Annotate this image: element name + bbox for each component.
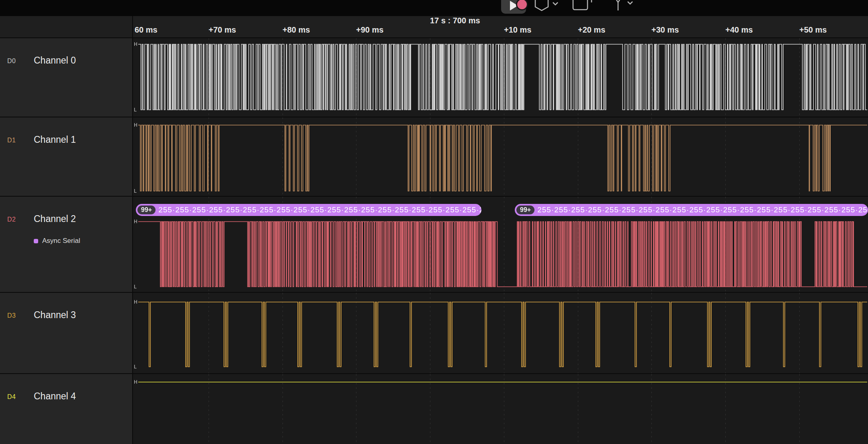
channel-4-id: D4 — [7, 393, 16, 401]
row-divider — [0, 196, 868, 197]
trigger-settings-icon[interactable] — [533, 0, 561, 14]
chevron-down-icon — [628, 2, 633, 4]
channel-4-waveform[interactable] — [133, 374, 868, 444]
channel-row-3[interactable]: D3 Channel 3 — [0, 293, 868, 373]
decode-bubble[interactable]: 99+ 255·255·255·255·255·255·255·255·255·… — [515, 204, 868, 216]
channel-4-header[interactable]: D4 Channel 4 — [0, 374, 133, 444]
decode-overflow-badge: 99+ — [516, 206, 534, 214]
decode-values: 255·255·255·255·255·255·255·255·255·255·… — [158, 206, 481, 214]
analyzer-color-icon — [34, 239, 38, 243]
ruler-tick-label: +70 ms — [209, 25, 236, 35]
sidebar-divider — [132, 16, 133, 444]
ruler-tick-label: 60 ms — [135, 25, 158, 35]
top-toolbar — [0, 0, 868, 16]
chevron-down-icon — [553, 2, 558, 5]
channel-1-id: D1 — [7, 137, 16, 144]
analyzer-item-async-serial[interactable]: Async Serial — [34, 237, 80, 245]
channel-1-name: Channel 1 — [34, 134, 76, 145]
channel-1-header[interactable]: D1 Channel 1 — [0, 117, 133, 196]
ruler-tick-label: +50 ms — [799, 25, 827, 35]
channel-3-name: Channel 3 — [34, 310, 76, 321]
decode-values: 255·255·255·255·255·255·255·255·255·255·… — [537, 206, 868, 214]
channel-3-id: D3 — [7, 312, 16, 319]
channel-0-name: Channel 0 — [34, 55, 76, 66]
record-indicator-icon — [516, 0, 528, 10]
row-divider — [0, 373, 868, 374]
decode-overflow-badge: 99+ — [137, 206, 156, 214]
channel-4-waveform-area[interactable] — [133, 374, 868, 444]
channel-row-4[interactable]: D4 Channel 4 — [0, 374, 868, 444]
channel-row-1[interactable]: D1 Channel 1 — [0, 117, 868, 196]
channel-3-waveform[interactable] — [133, 293, 868, 373]
ruler-tick-label: +20 ms — [578, 25, 605, 35]
add-capture-icon[interactable] — [571, 0, 599, 14]
analyzer-name: Async Serial — [42, 237, 80, 245]
row-divider — [0, 292, 868, 293]
channel-1-waveform[interactable] — [133, 117, 868, 196]
channel-0-header[interactable]: D0 Channel 0 — [0, 38, 133, 117]
ruler-tick-label: +10 ms — [504, 25, 531, 35]
channel-1-waveform-area[interactable] — [133, 117, 868, 196]
channel-3-header[interactable]: D3 Channel 3 — [0, 293, 133, 373]
channel-row-0[interactable]: D0 Channel 0 — [0, 38, 868, 117]
channel-2-name: Channel 2 — [34, 214, 76, 224]
ruler-tick-label: +90 ms — [356, 25, 383, 35]
row-divider — [0, 117, 868, 117]
row-divider — [0, 37, 868, 38]
ruler-absolute-time: 17 s : 700 ms — [430, 16, 480, 25]
channel-2-waveform-area[interactable]: 99+ 255·255·255·255·255·255·255·255·255·… — [133, 197, 868, 292]
channel-0-waveform[interactable] — [133, 38, 868, 117]
channel-3-waveform-area[interactable] — [133, 293, 868, 373]
ruler-tick-label: +80 ms — [283, 25, 310, 35]
ruler-tick-label: +40 ms — [725, 25, 753, 35]
logic-analyzer-window: 17 s : 700 ms 60 ms+70 ms+80 ms+90 ms+10… — [0, 0, 868, 444]
timeline-ruler[interactable]: 17 s : 700 ms 60 ms+70 ms+80 ms+90 ms+10… — [0, 16, 868, 37]
channel-0-waveform-area[interactable] — [133, 38, 868, 117]
decode-bubble[interactable]: 99+ 255·255·255·255·255·255·255·255·255·… — [136, 204, 481, 216]
channel-row-2[interactable]: D2 Channel 2 Async Serial 99+ 255·255·25… — [0, 197, 868, 292]
channel-2-header[interactable]: D2 Channel 2 Async Serial — [0, 197, 133, 292]
run-capture-button[interactable] — [501, 0, 526, 14]
channel-0-id: D0 — [7, 58, 16, 65]
channel-2-id: D2 — [7, 216, 16, 223]
channel-4-name: Channel 4 — [34, 391, 76, 402]
measurements-icon[interactable] — [608, 0, 637, 14]
ruler-tick-label: +30 ms — [651, 25, 679, 35]
